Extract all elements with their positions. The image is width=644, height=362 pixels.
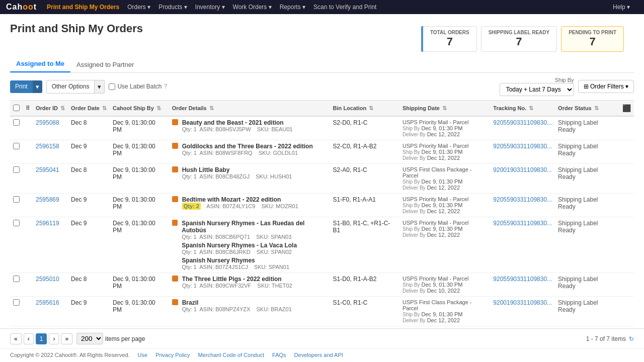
ship-by-date: Ship By Dec 9, 01:30 PM xyxy=(403,178,487,185)
nav-inventory[interactable]: Inventory ▾ xyxy=(195,4,225,11)
print-dropdown-button[interactable]: ▾ xyxy=(33,80,42,93)
pagination-last[interactable]: » xyxy=(61,333,72,344)
footer-faqs-link[interactable]: FAQs xyxy=(272,352,286,358)
order-id-link[interactable]: 2595869 xyxy=(36,196,59,203)
other-options-dropdown[interactable]: ▾ xyxy=(95,80,105,94)
row-checkbox[interactable] xyxy=(13,119,20,126)
order-detail-meta: Qty: 1 ASIN: B08H5VJ5PW SKU: BEAU01 xyxy=(182,126,296,132)
row-status: Shipping Label Ready xyxy=(555,116,619,140)
table-header-row: ⠿ Order ID ⇅ Order Date ⇅ Cahoot Ship By… xyxy=(10,101,634,117)
tracking-link[interactable]: 9205590331109830... xyxy=(493,196,552,203)
pagination-next[interactable]: › xyxy=(49,333,59,344)
th-order-date[interactable]: Order Date ⇅ xyxy=(68,101,110,117)
th-order-id[interactable]: Order ID ⇅ xyxy=(33,101,68,117)
footer-use-link[interactable]: Use xyxy=(138,352,148,358)
row-bin-location: S1-D0, R1-A-B2 xyxy=(330,273,399,297)
pagination-first[interactable]: « xyxy=(10,333,22,344)
pagination-bar: « ‹ 1 › » 200 items per page 1 - 7 of 7 … xyxy=(0,328,644,348)
th-bin[interactable]: Bin Location ⇅ xyxy=(330,101,399,117)
order-detail-title: Spanish Nursery Rhymes - Las Ruedas del … xyxy=(182,220,327,234)
th-order-details[interactable]: Order Details ⇅ xyxy=(169,101,330,117)
row-checkbox-cell xyxy=(10,273,23,297)
page-title: Print and Ship My Orders xyxy=(10,22,411,35)
row-ship-by: Dec 9, 01:30:00 PM xyxy=(110,297,169,326)
row-ship-by: Dec 9, 01:30:00 PM xyxy=(110,116,169,140)
order-id-link[interactable]: 2596158 xyxy=(36,143,59,150)
row-shipping-info: USPS Priority Mail - Parcel Ship By Dec … xyxy=(399,273,490,297)
help-icon[interactable]: ? xyxy=(164,83,167,90)
order-details-content: Beauty and the Beast - 2021 edition Qty:… xyxy=(182,119,296,132)
footer-privacy-link[interactable]: Privacy Policy xyxy=(155,352,190,358)
nav-reports[interactable]: Reports ▾ xyxy=(280,4,305,11)
order-details-content: Spanish Nursery Rhymes - Las Ruedas del … xyxy=(182,220,327,270)
row-checkbox[interactable] xyxy=(13,220,20,226)
row-shipping-info: USPS Priority Mail - Parcel Ship By Dec … xyxy=(399,194,490,217)
select-all-checkbox[interactable] xyxy=(13,105,20,111)
tracking-link[interactable]: 9205590331109830... xyxy=(493,119,552,126)
order-id-link[interactable]: 2595010 xyxy=(36,276,59,283)
th-ship-by[interactable]: Cahoot Ship By ⇅ xyxy=(110,101,169,117)
row-order-id: 2596119 xyxy=(33,217,68,273)
nav-products[interactable]: Products ▾ xyxy=(158,4,187,11)
nav-help[interactable]: Help ▾ xyxy=(613,4,630,11)
orders-table: ⠿ Order ID ⇅ Order Date ⇅ Cahoot Ship By… xyxy=(10,100,634,326)
order-detail-title: Hush Little Baby xyxy=(182,166,295,173)
row-actions xyxy=(619,140,634,164)
nav-active-page[interactable]: Print and Ship My Orders xyxy=(47,4,119,11)
order-id-link[interactable]: 2595041 xyxy=(36,166,59,173)
th-shipping-date[interactable]: Shipping Date ⇅ xyxy=(399,101,490,117)
th-status[interactable]: Order Status ⇅ xyxy=(555,101,619,117)
use-label-batch-label[interactable]: Use Label Batch ? xyxy=(109,83,167,90)
select-all-column xyxy=(10,101,23,117)
order-details-content: Bedtime with Mozart - 2022 edition Qty: … xyxy=(182,196,301,209)
row-actions xyxy=(619,273,634,297)
row-checkbox[interactable] xyxy=(13,299,20,306)
bin-location-icon xyxy=(172,299,178,305)
order-detail-meta: Qty: 1 ASIN: B07Z4JS1CJ SKU: SPAN01 xyxy=(182,264,327,270)
toolbar-right: Ship By Today + Last 7 Days ⊞ Order Filt… xyxy=(500,77,634,96)
th-tracking[interactable]: Tracking No. ⇅ xyxy=(490,101,555,117)
refresh-icon[interactable]: ↻ xyxy=(629,335,634,342)
use-label-batch-checkbox[interactable] xyxy=(109,83,115,90)
export-icon[interactable]: ⬛ xyxy=(622,104,631,112)
row-checkbox[interactable] xyxy=(13,166,20,173)
tracking-link[interactable]: 9205590331109830... xyxy=(493,276,552,283)
tab-assigned-to-partner[interactable]: Assigned to Partner xyxy=(70,57,140,72)
row-checkbox-cell xyxy=(10,297,23,326)
logo[interactable]: Cahoot xyxy=(6,3,37,12)
nav-orders[interactable]: Orders ▾ xyxy=(127,4,150,11)
row-checkbox[interactable] xyxy=(13,143,20,149)
row-bin-location: S2-C0, R1-A-B2 xyxy=(330,140,399,164)
row-checkbox[interactable] xyxy=(13,196,20,203)
other-options-button[interactable]: Other Options xyxy=(46,80,95,94)
footer-merchant-link[interactable]: Merchant Code of Conduct xyxy=(198,352,264,358)
row-checkbox[interactable] xyxy=(13,276,20,282)
table-row: 2595041 Dec 8 Dec 9, 01:30:00 PM Hush Li… xyxy=(10,164,634,194)
order-id-link[interactable]: 2596119 xyxy=(36,220,59,227)
nav-scan-verify[interactable]: Scan to Verify and Print xyxy=(313,4,376,11)
ship-by-date: Ship By Dec 9, 01:30 PM xyxy=(403,311,487,317)
pagination-page-1[interactable]: 1 xyxy=(36,333,47,344)
order-detail-title: The Three Little Pigs - 2022 edition xyxy=(182,276,295,283)
order-filters-button[interactable]: ⊞ Order Filters ▾ xyxy=(578,80,634,93)
ship-by-date: Ship By Dec 9, 01:30 PM xyxy=(403,282,487,288)
order-detail-meta: Qty: 1 ASIN: B08CB6JRKD SKU: SPAN02 xyxy=(182,249,327,255)
pagination-prev[interactable]: ‹ xyxy=(24,333,34,344)
tracking-link[interactable]: 9200190331109830... xyxy=(493,299,552,306)
row-order-date: Dec 9 xyxy=(68,217,110,273)
shipping-method: USPS First Class Package - Parcel xyxy=(403,299,487,311)
th-export: ⬛ xyxy=(619,101,634,117)
items-per-page-select[interactable]: 200 xyxy=(76,333,103,344)
order-id-link[interactable]: 2595088 xyxy=(36,119,59,126)
tracking-link[interactable]: 9205590331109830... xyxy=(493,143,552,150)
footer-developers-link[interactable]: Developers and API xyxy=(294,352,343,358)
order-detail-meta: Qty: 2 ASIN: B07Z4LY1C9 SKU: MOZR01 xyxy=(182,203,301,209)
status-badge: Shipping Label Ready xyxy=(558,196,598,210)
print-button[interactable]: Print xyxy=(10,80,33,93)
tracking-link[interactable]: 9200190331109830... xyxy=(493,166,552,173)
tab-assigned-to-me[interactable]: Assigned to Me xyxy=(10,56,70,72)
tracking-link[interactable]: 9205590331109830... xyxy=(493,220,552,227)
ship-by-select[interactable]: Today + Last 7 Days xyxy=(500,83,574,96)
nav-work-orders[interactable]: Work Orders ▾ xyxy=(233,4,272,11)
order-id-link[interactable]: 2595616 xyxy=(36,299,59,306)
